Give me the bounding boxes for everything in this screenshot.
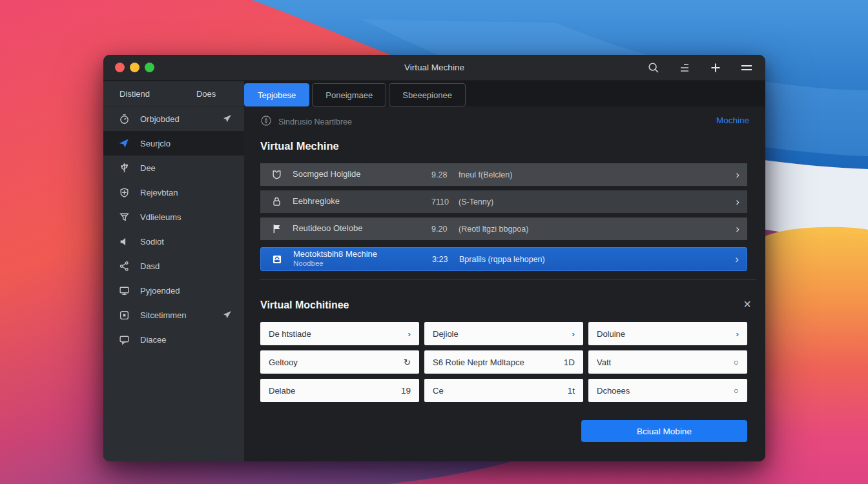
- connect-icon: [118, 137, 130, 150]
- shield-icon: [118, 186, 130, 199]
- sidebar-item-label: Seurjclo: [140, 139, 170, 148]
- grid-button-4[interactable]: Geltooy ↻: [260, 350, 419, 374]
- vm-row-socmged[interactable]: Socmged Holglide 9.28 fneul f(Belclen) ›: [260, 163, 747, 186]
- close-icon[interactable]: ×: [739, 296, 755, 312]
- sidebar-item-dee[interactable]: Dee: [103, 156, 244, 180]
- sidebar-item-rejevbtan[interactable]: Rejevbtan: [103, 180, 244, 205]
- shortcut-badge: 1D: [564, 358, 575, 367]
- chevron-right-icon: ›: [408, 329, 411, 339]
- grid-button-3[interactable]: Doluine ›: [588, 322, 747, 345]
- sidebar-item-sodiot[interactable]: Sodiot: [103, 229, 244, 254]
- grid-button-8[interactable]: Ce 1t: [424, 379, 583, 402]
- sidebar-item-label: Diacee: [140, 335, 166, 345]
- tab-3[interactable]: Sbeeepionee: [389, 83, 466, 106]
- grid-button-9[interactable]: Dchoees ○: [588, 379, 747, 402]
- tab-2[interactable]: Poneigmaee: [312, 83, 386, 106]
- sidebar-item-label: Vdlieleums: [140, 212, 181, 222]
- sidebar-item-label: Rejevbtan: [140, 188, 178, 197]
- sidebar-item-diacee[interactable]: Diacee: [103, 327, 244, 352]
- titlebar: Virtual Mechine: [103, 55, 765, 81]
- grid-button-label: Geltooy: [269, 358, 298, 367]
- grid-button-label: S6 Rotie Neptr Mdltapce: [433, 358, 524, 367]
- vm-row-version: 9.20: [431, 225, 459, 234]
- sidebar-item-label: Orbjobded: [140, 114, 180, 124]
- vm-row-detail: Bpralils (rqppa lehopen): [459, 255, 726, 264]
- section-title: Virtual Mochitinee: [260, 299, 349, 311]
- vm-row-subtitle: Noodbee: [293, 259, 432, 268]
- vm-list: Socmged Holglide 9.28 fneul f(Belclen) ›…: [260, 163, 747, 271]
- shortcut-badge: 19: [401, 386, 411, 396]
- box-icon: [261, 254, 293, 265]
- sidebar-item-sitcetimmen[interactable]: Sitcetimmen: [103, 303, 244, 327]
- status-text: Sindrusio Neartlbree: [278, 117, 352, 126]
- tab-1[interactable]: Tepjobese: [244, 83, 309, 106]
- flag-icon: [260, 223, 293, 234]
- sidebar-header-left[interactable]: Distiend: [119, 89, 150, 99]
- vm-row-reutideoo[interactable]: Reutideoo Otelobe 9.20 (Reotl ltgzi bbgp…: [260, 217, 747, 240]
- sort-list-icon[interactable]: [677, 61, 692, 75]
- vm-row-version: 7110: [431, 197, 459, 207]
- sidebar-header: Distiend Does: [103, 81, 244, 106]
- tab-1-label: Tepjobese: [258, 90, 296, 100]
- vm-row-version: 9.28: [431, 170, 459, 179]
- sidebar-item-seurjclo[interactable]: Seurjclo: [103, 131, 244, 156]
- main-panel: Sindrusio Neartlbree Mochine Virtual Mec…: [244, 106, 765, 461]
- sidebar-item-label: Sitcetimmen: [140, 310, 187, 320]
- grid-button-1[interactable]: De htstiade ›: [260, 322, 419, 345]
- plane-icon: [222, 114, 232, 124]
- sidebar-item-vdlieleums[interactable]: Vdlieleums: [103, 205, 244, 229]
- vm-row-label: Eebhregloke: [293, 197, 431, 207]
- search-icon[interactable]: [646, 61, 661, 75]
- circle-icon: ○: [734, 358, 739, 367]
- menu-icon[interactable]: [739, 61, 754, 75]
- sidebar-item-orbjobded[interactable]: Orbjobded: [103, 106, 244, 131]
- grid-button-6[interactable]: Vatt ○: [588, 350, 747, 374]
- sidebar-item-label: Sodiot: [140, 237, 164, 247]
- share-icon: [118, 259, 130, 272]
- stop-icon: [118, 308, 130, 321]
- grid-button-7[interactable]: Delabe 19: [260, 379, 419, 402]
- vm-row-title: Meotoktsbih8 Mechine: [293, 249, 377, 259]
- grid-button-2[interactable]: Dejiole ›: [424, 322, 583, 345]
- sidebar-header-right[interactable]: Does: [196, 89, 216, 99]
- vm-row-label: Meotoktsbih8 Mechine Noodbee: [293, 250, 432, 268]
- grid-button-label: Dchoees: [597, 386, 630, 396]
- grid-button-label: Dejiole: [433, 329, 459, 339]
- grid-button-5[interactable]: S6 Rotie Neptr Mdltapce 1D: [424, 350, 583, 374]
- sidebar-item-dasd[interactable]: Dasd: [103, 254, 244, 278]
- usb-icon: [118, 161, 130, 174]
- vm-row-label: Reutideoo Otelobe: [293, 224, 431, 234]
- vm-row-selected[interactable]: Meotoktsbih8 Mechine Noodbee 3:23 Bprali…: [260, 247, 747, 271]
- timer-icon: [118, 112, 130, 125]
- plane-icon: [222, 310, 232, 320]
- vm-row-eebhregloke[interactable]: Eebhregloke 7110 (S-Tenny) ›: [260, 190, 747, 213]
- grid-button-label: Vatt: [597, 358, 611, 367]
- shortcut-badge: 1t: [568, 386, 575, 396]
- chevron-right-icon: ›: [727, 168, 739, 181]
- sidebar: Orbjobded Seurjclo Dee: [103, 106, 244, 461]
- sidebar-item-label: Dee: [140, 163, 156, 173]
- sidebar-item-label: Pyjoended: [140, 286, 180, 296]
- chevron-right-icon: ›: [727, 223, 739, 236]
- chat-icon: [118, 333, 130, 346]
- chevron-right-icon: ›: [572, 329, 575, 339]
- grid-button-label: Ce: [433, 386, 444, 396]
- action-grid: De htstiade › Dejiole › Doluine › Geltoo…: [260, 322, 747, 402]
- primary-action-button[interactable]: Bciual Mobine: [581, 420, 747, 442]
- chevron-right-icon: ›: [736, 329, 739, 339]
- plus-icon[interactable]: [708, 61, 723, 75]
- display-icon: [118, 284, 130, 297]
- sidebar-item-pyjoended[interactable]: Pyjoended: [103, 278, 244, 303]
- vm-row-version: 3:23: [432, 255, 459, 264]
- app-window: Virtual Mechine: [103, 55, 765, 461]
- machine-link[interactable]: Mochine: [716, 116, 749, 125]
- circle-icon: ○: [734, 386, 739, 396]
- header-strip: Distiend Does Tepjobese Poneigmaee Sbeee…: [103, 81, 765, 106]
- lock-icon: [260, 196, 293, 207]
- grid-button-label: De htstiade: [269, 329, 311, 339]
- vm-row-detail: (S-Tenny): [459, 197, 727, 207]
- vm-row-label: Socmged Holglide: [293, 170, 431, 179]
- sync-icon: [260, 115, 272, 129]
- filter-icon: [118, 210, 130, 223]
- tab-3-label: Sbeeepionee: [402, 90, 452, 100]
